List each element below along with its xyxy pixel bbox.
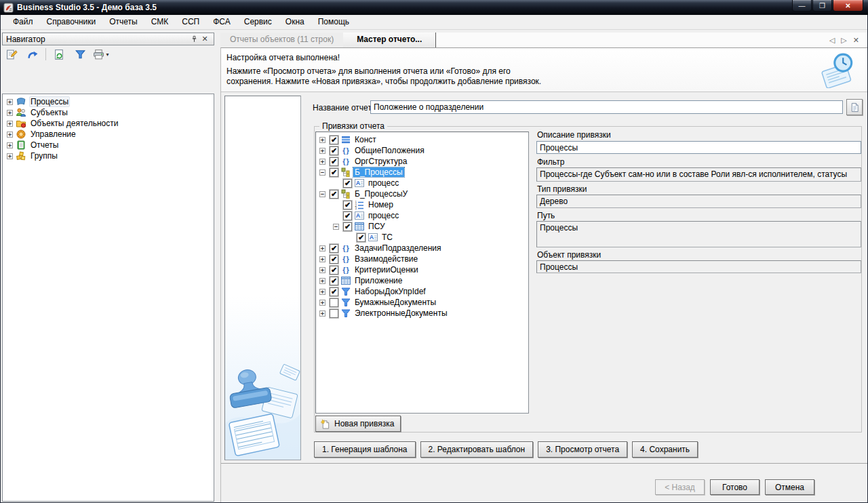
checkbox[interactable]: ✔	[330, 287, 338, 296]
nav-item-subjects[interactable]: + Субъекты	[4, 107, 214, 118]
expand-icon[interactable]: +	[319, 159, 326, 165]
report-name-input[interactable]	[370, 100, 843, 114]
tree-row-criteria[interactable]: + ✔ { } КритерииОценки	[317, 264, 528, 275]
tree-row-psu[interactable]: − ✔ ПСУ	[317, 221, 528, 232]
tree-row-unit-tasks[interactable]: + ✔ { } ЗадачиПодразделения	[317, 243, 528, 254]
close-button[interactable]: ✕	[833, 0, 863, 12]
menu-file[interactable]: Файл	[6, 15, 40, 29]
tab-object-reports[interactable]: Отчеты объектов (11 строк)	[220, 33, 343, 47]
generate-template-button[interactable]: 1. Генерация шаблона	[314, 441, 416, 458]
filter-toolbar-icon[interactable]	[72, 47, 88, 62]
menu-ssp[interactable]: ССП	[175, 15, 206, 29]
checkbox[interactable]: ✔	[343, 179, 352, 188]
save-button[interactable]: 4. Сохранить	[632, 441, 698, 458]
checkbox[interactable]: ✔	[343, 212, 352, 220]
tree-row-tc[interactable]: ✔ A ТС	[317, 232, 528, 243]
svg-text:A: A	[370, 234, 374, 241]
expand-icon[interactable]: +	[319, 245, 326, 252]
tree-row-const[interactable]: + ✔ Конст	[317, 134, 528, 145]
edit-template-button[interactable]: 2. Редактировать шаблон	[420, 441, 534, 458]
menu-service[interactable]: Сервис	[237, 15, 279, 29]
expand-icon[interactable]: +	[319, 278, 326, 284]
expand-icon[interactable]: +	[7, 153, 13, 159]
tree-row-b-processes-u[interactable]: − ✔ Б_ПроцессыУ	[317, 188, 528, 199]
checkbox[interactable]: ✔	[330, 277, 338, 285]
open-report-doc-button[interactable]	[846, 99, 863, 115]
new-binding-button[interactable]: Новая привязка	[315, 416, 401, 432]
expand-icon[interactable]: +	[7, 132, 13, 138]
menu-windows[interactable]: Окна	[279, 15, 311, 29]
expand-icon[interactable]: +	[319, 310, 326, 317]
expand-icon[interactable]: +	[7, 121, 13, 127]
checkbox[interactable]: ✔	[330, 136, 338, 144]
binding-object-label: Объект привязки	[537, 250, 601, 260]
checkbox[interactable]: ✔	[330, 168, 338, 177]
expand-icon[interactable]: +	[319, 256, 326, 262]
tab-report-wizard[interactable]: Мастер отчето...	[343, 33, 436, 47]
expand-icon[interactable]: +	[319, 148, 326, 154]
checkbox-unchecked[interactable]	[330, 298, 338, 307]
finish-button[interactable]: Готово	[710, 479, 760, 495]
checkbox[interactable]: ✔	[330, 255, 338, 264]
tab-scroll-left-icon[interactable]: ◁	[829, 36, 835, 45]
checkbox[interactable]: ✔	[357, 233, 366, 242]
pin-icon[interactable]	[189, 34, 199, 44]
collapse-icon[interactable]: −	[333, 224, 339, 230]
checkbox[interactable]: ✔	[343, 201, 352, 209]
tab-scroll-right-icon[interactable]: ▷	[841, 36, 846, 45]
nav-item-label: Отчеты	[29, 140, 60, 150]
expand-icon[interactable]: +	[7, 99, 13, 105]
expand-icon[interactable]: +	[7, 110, 13, 116]
checkbox[interactable]: ✔	[330, 244, 338, 253]
cancel-button[interactable]: Отмена	[765, 479, 814, 495]
tree-row-process[interactable]: ✔ A процесс	[317, 178, 528, 188]
navigator-panel: Навигатор ✕ ▾	[1, 31, 216, 502]
nav-item-processes[interactable]: + Процессы	[4, 96, 214, 107]
checkbox[interactable]: ✔	[330, 157, 338, 166]
go-arrow-icon[interactable]	[24, 47, 41, 62]
checkbox[interactable]: ✔	[330, 190, 338, 199]
tree-row-number[interactable]: ✔ 123 Номер	[317, 199, 528, 210]
tree-row-general[interactable]: + ✔ { } ОбщиеПоложения	[317, 145, 528, 156]
expand-icon[interactable]: +	[319, 289, 326, 295]
checkbox[interactable]: ✔	[330, 266, 338, 275]
nav-item-management[interactable]: + Управление	[4, 129, 214, 140]
checkbox-unchecked[interactable]	[330, 309, 338, 318]
menu-help[interactable]: Помощь	[311, 15, 356, 29]
tree-row-electronic-docs[interactable]: + ЭлектронныеДокументы	[317, 308, 528, 319]
tree-row-paper-docs[interactable]: + БумажныеДокументы	[317, 297, 528, 308]
navigator-close-icon[interactable]: ✕	[199, 34, 210, 44]
menu-reports[interactable]: Отчеты	[102, 15, 144, 29]
menu-references[interactable]: Справочники	[40, 15, 103, 29]
tree-row-attachment[interactable]: + ✔ Приложение	[317, 275, 528, 286]
tree-row-b-processes[interactable]: − ✔ Б_Процессы	[317, 167, 528, 178]
menu-fsa[interactable]: ФСА	[206, 15, 237, 29]
nav-item-groups[interactable]: + Группы	[4, 150, 214, 161]
preview-report-button[interactable]: 3. Просмотр отчета	[538, 441, 627, 458]
print-icon[interactable]: ▾	[93, 47, 109, 62]
tab-close-icon[interactable]: ✕	[853, 36, 859, 45]
expand-icon[interactable]: +	[319, 137, 326, 143]
restore-button[interactable]: ❐	[812, 0, 832, 12]
menu-smk[interactable]: СМК	[144, 15, 176, 29]
refresh-icon[interactable]	[51, 47, 67, 62]
tree-row-process2[interactable]: ✔ A процесс	[317, 210, 528, 221]
checkbox[interactable]: ✔	[343, 222, 352, 231]
collapse-icon[interactable]: −	[319, 191, 326, 197]
expand-icon[interactable]: +	[7, 142, 13, 148]
checkbox[interactable]: ✔	[330, 146, 338, 155]
expand-icon[interactable]: +	[319, 267, 326, 273]
nav-item-reports[interactable]: + Отчеты	[4, 140, 214, 150]
collapse-icon[interactable]: −	[319, 169, 326, 176]
title-bar: Business Studio 3.5 - Демо база 3.5 — ❐ …	[0, 0, 868, 15]
edit-icon[interactable]	[3, 47, 20, 62]
tree-row-orgstructure[interactable]: + ✔ { } ОргСтруктура	[317, 156, 528, 167]
tree-row-docsets[interactable]: + ✔ НаборыДокУпрIdef	[317, 286, 528, 297]
minimize-button[interactable]: —	[792, 0, 812, 12]
document-icon	[850, 102, 860, 113]
tree-row-interaction[interactable]: + ✔ { } Взаимодействие	[317, 254, 528, 264]
expand-icon[interactable]: +	[319, 300, 326, 306]
nav-item-activity-objects[interactable]: + Объекты деятельности	[4, 118, 214, 129]
print-dropdown-caret[interactable]: ▾	[106, 52, 108, 58]
binding-description-field[interactable]: Процессы	[536, 141, 861, 154]
